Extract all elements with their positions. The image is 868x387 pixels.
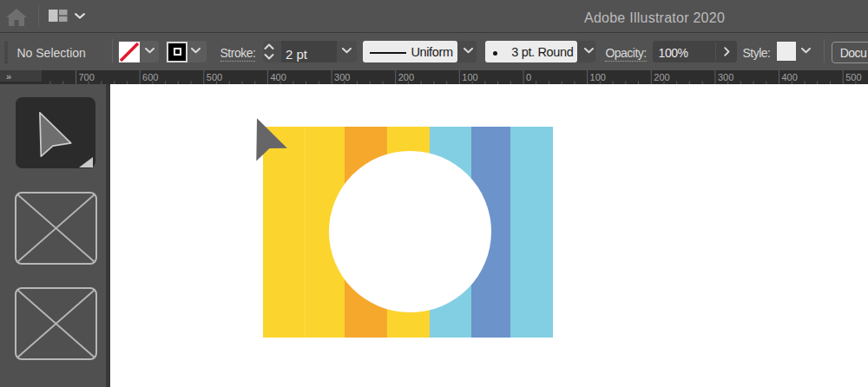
svg-text:600: 600	[142, 72, 158, 82]
svg-text:500: 500	[845, 72, 861, 82]
svg-text:200: 200	[654, 72, 669, 82]
svg-text:100: 100	[590, 72, 606, 82]
svg-text:500: 500	[207, 72, 222, 82]
svg-text:400: 400	[782, 72, 798, 82]
svg-text:200: 200	[398, 72, 414, 82]
svg-text:400: 400	[270, 72, 286, 82]
svg-text:300: 300	[334, 72, 350, 82]
svg-text:300: 300	[718, 72, 733, 82]
svg-text:0: 0	[526, 72, 531, 82]
svg-text:»: »	[6, 71, 11, 82]
svg-text:700: 700	[79, 72, 95, 82]
svg-text:100: 100	[462, 72, 477, 82]
